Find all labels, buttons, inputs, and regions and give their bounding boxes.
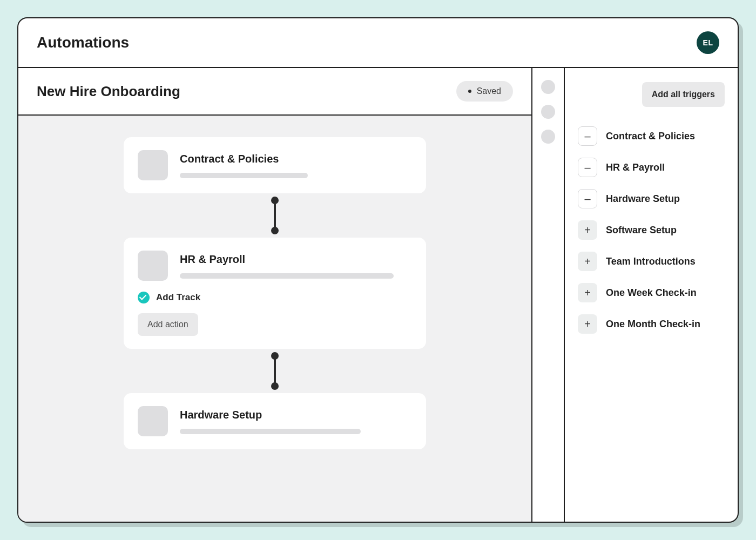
connector-node-icon xyxy=(271,197,279,204)
workflow-header: New Hire Onboarding Saved xyxy=(18,68,531,116)
flow-card[interactable]: HR & Payroll Add Track Add action xyxy=(124,238,426,349)
topbar: Automations EL xyxy=(18,18,738,68)
trigger-item[interactable]: – HR & Payroll xyxy=(578,158,725,177)
status-badge: Saved xyxy=(456,81,513,102)
strip-dot-icon[interactable] xyxy=(541,80,555,94)
flow-column: Contract & Policies xyxy=(124,137,426,449)
add-trigger-icon[interactable]: + xyxy=(578,314,597,334)
card-thumbnail xyxy=(138,406,168,436)
strip-dot-icon[interactable] xyxy=(541,105,555,119)
trigger-item[interactable]: – Contract & Policies xyxy=(578,126,725,146)
check-icon xyxy=(138,292,150,303)
page-title: Automations xyxy=(37,34,129,51)
trigger-item[interactable]: + Software Setup xyxy=(578,220,725,240)
flow-connector xyxy=(271,197,279,234)
add-track-row[interactable]: Add Track xyxy=(138,292,412,303)
connector-node-icon xyxy=(271,227,279,234)
connector-node-icon xyxy=(271,382,279,390)
trigger-label: Team Introductions xyxy=(606,256,696,267)
trigger-label: Hardware Setup xyxy=(606,193,680,205)
app-window: Automations EL New Hire Onboarding Saved xyxy=(17,17,739,523)
card-title: Hardware Setup xyxy=(180,409,412,421)
placeholder-bar xyxy=(180,429,361,434)
remove-trigger-icon[interactable]: – xyxy=(578,126,597,146)
status-dot-icon xyxy=(468,90,471,93)
card-title: HR & Payroll xyxy=(180,253,412,266)
trigger-item[interactable]: + One Week Check-in xyxy=(578,283,725,302)
status-label: Saved xyxy=(477,86,501,96)
flow-card[interactable]: Hardware Setup xyxy=(124,393,426,449)
app-body: New Hire Onboarding Saved Contract & Pol… xyxy=(18,68,738,522)
connector-node-icon xyxy=(271,352,279,360)
flow-card[interactable]: Contract & Policies xyxy=(124,137,426,193)
trigger-item[interactable]: + Team Introductions xyxy=(578,252,725,271)
trigger-label: One Month Check-in xyxy=(606,319,700,330)
trigger-label: Software Setup xyxy=(606,225,677,236)
add-track-label: Add Track xyxy=(156,292,200,303)
add-action-button[interactable]: Add action xyxy=(138,313,198,336)
remove-trigger-icon[interactable]: – xyxy=(578,189,597,208)
main-panel: New Hire Onboarding Saved Contract & Pol… xyxy=(18,68,532,522)
triggers-sidebar: Add all triggers – Contract & Policies –… xyxy=(565,68,738,522)
avatar[interactable]: EL xyxy=(697,31,719,54)
flow-connector xyxy=(271,352,279,390)
add-all-triggers-button[interactable]: Add all triggers xyxy=(642,82,725,107)
trigger-item[interactable]: + One Month Check-in xyxy=(578,314,725,334)
avatar-initials: EL xyxy=(703,38,713,47)
card-thumbnail xyxy=(138,150,168,180)
add-trigger-icon[interactable]: + xyxy=(578,283,597,302)
trigger-item[interactable]: – Hardware Setup xyxy=(578,189,725,208)
workflow-name: New Hire Onboarding xyxy=(37,83,180,100)
card-thumbnail xyxy=(138,251,168,281)
placeholder-bar xyxy=(180,173,308,178)
remove-trigger-icon[interactable]: – xyxy=(578,158,597,177)
trigger-label: One Week Check-in xyxy=(606,287,697,299)
add-trigger-icon[interactable]: + xyxy=(578,252,597,271)
strip-panel xyxy=(532,68,565,522)
flow-canvas[interactable]: Contract & Policies xyxy=(18,116,531,522)
placeholder-bar xyxy=(180,273,394,279)
card-title: Contract & Policies xyxy=(180,153,412,165)
strip-dot-icon[interactable] xyxy=(541,130,555,144)
trigger-label: HR & Payroll xyxy=(606,162,665,173)
trigger-label: Contract & Policies xyxy=(606,131,695,142)
add-trigger-icon[interactable]: + xyxy=(578,220,597,240)
